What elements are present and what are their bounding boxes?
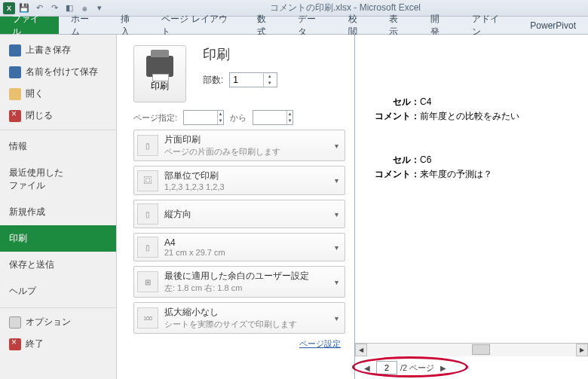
- print-preview-panel: セル：C4 コメント：前年度との比較をみたい セル：C6 コメント：来年度の予測…: [354, 35, 588, 379]
- open-icon: [9, 88, 21, 100]
- chevron-down-icon: ▾: [335, 142, 341, 150]
- option-title: 最後に適用した余白のユーザー設定: [164, 270, 329, 283]
- page-range-label: ページ指定:: [133, 112, 177, 124]
- option-title: 部単位で印刷: [164, 170, 329, 182]
- sidebar-label: 新規作成: [9, 206, 45, 219]
- tab-review[interactable]: 校閲: [336, 17, 378, 34]
- save-icon: [9, 44, 21, 57]
- sidebar-label: オプション: [26, 316, 71, 329]
- sidebar-open[interactable]: 開く: [0, 83, 116, 105]
- collate-icon: ⿴: [137, 170, 158, 191]
- page-to-spinner[interactable]: ▲▼: [253, 110, 293, 125]
- scroll-left-icon[interactable]: ◀: [355, 344, 367, 356]
- option-orientation[interactable]: ▯ 縦方向 ▾: [133, 200, 345, 228]
- option-desc: 1,2,3 1,2,3 1,2,3: [164, 182, 329, 191]
- tab-view[interactable]: 表示: [377, 17, 418, 34]
- option-desc: 左: 1.8 cm 右: 1.8 cm: [164, 283, 329, 294]
- sidebar-save[interactable]: 上書き保存: [0, 39, 116, 61]
- preview-footer: ◀ /2 ページ ▶: [355, 356, 588, 379]
- spinner-arrows[interactable]: ▲▼: [263, 73, 275, 87]
- option-margins[interactable]: ⊞ 最後に適用した余白のユーザー設定左: 1.8 cm 右: 1.8 cm ▾: [133, 266, 345, 298]
- redo-icon[interactable]: ↷: [48, 2, 60, 14]
- page-number-input[interactable]: [376, 361, 397, 374]
- scaling-icon: 100: [137, 307, 158, 329]
- sidebar-label: 最近使用した ファイル: [9, 167, 63, 192]
- chevron-down-icon: ▾: [335, 278, 341, 286]
- sidebar-print[interactable]: 印刷: [0, 225, 116, 252]
- copies-label: 部数:: [203, 74, 223, 87]
- print-settings-panel: 印刷 印刷 部数: ▲▼ ページ指定: ▲▼ から ▲▼ ▯ 片面印刷ページ: [117, 35, 354, 379]
- copies-input[interactable]: [230, 75, 263, 85]
- exit-icon: [9, 338, 21, 350]
- horizontal-scrollbar[interactable]: ◀ ▶: [355, 343, 588, 356]
- sidebar-help[interactable]: ヘルプ: [0, 278, 116, 304]
- separator: [0, 307, 116, 308]
- tab-data[interactable]: データ: [286, 17, 335, 34]
- option-scaling[interactable]: 100 拡大縮小なしシートを実際のサイズで印刷します ▾: [133, 302, 345, 334]
- sidebar-label: ヘルプ: [9, 285, 36, 298]
- option-sides[interactable]: ▯ 片面印刷ページの片面のみを印刷します ▾: [133, 130, 345, 161]
- copies-spinner[interactable]: ▲▼: [229, 72, 277, 87]
- sidebar-new[interactable]: 新規作成: [0, 199, 116, 225]
- page-to-label: から: [230, 112, 247, 124]
- close-icon: [9, 110, 21, 122]
- scroll-thumb[interactable]: [472, 344, 490, 355]
- sidebar-info[interactable]: 情報: [0, 133, 116, 160]
- sidebar-label: 終了: [26, 338, 44, 350]
- scroll-track[interactable]: [367, 344, 576, 356]
- tab-formulas[interactable]: 数式: [245, 17, 286, 34]
- sidebar-label: 名前を付けて保存: [26, 66, 98, 78]
- scroll-right-icon[interactable]: ▶: [576, 344, 588, 356]
- option-paper-size[interactable]: ▯ A421 cm x 29.7 cm ▾: [133, 233, 345, 261]
- sidebar-label: 保存と送信: [9, 258, 54, 271]
- page-setup-link[interactable]: ページ設定: [133, 338, 345, 350]
- margins-icon: ⊞: [137, 271, 158, 292]
- sidebar-recent[interactable]: 最近使用した ファイル: [0, 160, 116, 199]
- page-total-label: /2 ページ: [400, 362, 434, 374]
- separator: [0, 130, 116, 130]
- option-desc: ページの片面のみを印刷します: [164, 146, 329, 157]
- sidebar-label: 上書き保存: [26, 44, 71, 57]
- sidebar-label: 開く: [26, 87, 44, 100]
- chevron-down-icon: ▾: [335, 243, 341, 252]
- printer-icon: [146, 56, 173, 77]
- sidebar-saveas[interactable]: 名前を付けて保存: [0, 61, 116, 83]
- ribbon-tabs: ファイル ホーム 挿入 ページ レイアウト 数式 データ 校閲 表示 開発 アド…: [0, 17, 588, 35]
- tab-addins[interactable]: アドイン: [460, 17, 519, 34]
- chevron-down-icon: ▾: [335, 176, 341, 185]
- chevron-down-icon: ▾: [335, 210, 341, 219]
- tab-developer[interactable]: 開発: [418, 17, 460, 34]
- page-from-input[interactable]: [184, 112, 217, 123]
- preview-page: セル：C4 コメント：前年度との比較をみたい セル：C6 コメント：来年度の予測…: [355, 35, 588, 343]
- orientation-icon: ▯: [137, 203, 158, 225]
- option-title: 縦方向: [164, 208, 329, 221]
- option-desc: シートを実際のサイズで印刷します: [164, 319, 329, 330]
- tab-powerpivot[interactable]: PowerPivot: [518, 17, 588, 34]
- sidebar-label: 閉じる: [26, 109, 53, 122]
- options-icon: [9, 316, 21, 329]
- backstage-sidebar: 上書き保存 名前を付けて保存 開く 閉じる 情報 最近使用した ファイル 新規作…: [0, 35, 117, 379]
- print-button[interactable]: 印刷: [133, 45, 186, 102]
- preview-content: セル：C4 コメント：前年度との比較をみたい セル：C6 コメント：来年度の予測…: [370, 95, 573, 182]
- prev-page-button[interactable]: ◀: [361, 362, 373, 374]
- tab-page-layout[interactable]: ページ レイアウト: [149, 17, 244, 34]
- sides-icon: ▯: [137, 135, 158, 156]
- tab-file[interactable]: ファイル: [0, 17, 59, 34]
- option-collate[interactable]: ⿴ 部単位で印刷1,2,3 1,2,3 1,2,3 ▾: [133, 166, 345, 195]
- tab-insert[interactable]: 挿入: [109, 17, 150, 34]
- next-page-button[interactable]: ▶: [437, 362, 449, 374]
- sidebar-label: 印刷: [9, 232, 27, 245]
- sidebar-exit[interactable]: 終了: [0, 333, 116, 355]
- option-title: 片面印刷: [164, 133, 329, 146]
- option-title: A4: [164, 237, 329, 248]
- sidebar-options[interactable]: オプション: [0, 311, 116, 333]
- page-from-spinner[interactable]: ▲▼: [183, 110, 224, 125]
- sidebar-close[interactable]: 閉じる: [0, 105, 116, 127]
- page-to-input[interactable]: [253, 112, 286, 123]
- print-button-label: 印刷: [151, 80, 169, 93]
- sidebar-send[interactable]: 保存と送信: [0, 252, 116, 278]
- tab-home[interactable]: ホーム: [59, 17, 109, 34]
- paper-icon: ▯: [137, 237, 158, 258]
- chevron-down-icon: ▾: [335, 314, 341, 322]
- option-title: 拡大縮小なし: [164, 306, 329, 319]
